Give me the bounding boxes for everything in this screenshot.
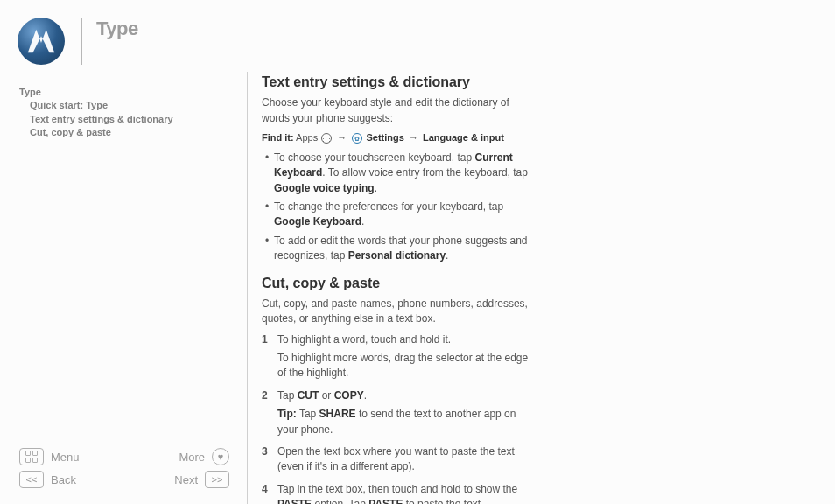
- apps-grid-icon: ⋮⋮: [321, 133, 332, 144]
- toc-root[interactable]: Type: [19, 86, 173, 99]
- section-intro: Choose your keyboard style and edit the …: [262, 95, 536, 126]
- bullet-item: To choose your touchscreen keyboard, tap…: [262, 150, 536, 196]
- back-button[interactable]: << Back: [19, 471, 76, 488]
- step-item: To highlight a word, touch and hold it. …: [262, 332, 536, 382]
- findit-apps: Apps: [296, 132, 318, 143]
- findit-settings: Settings: [366, 132, 403, 143]
- bullet-item: To add or edit the words that your phone…: [262, 234, 536, 264]
- step-item: Open the text box where you want to past…: [262, 444, 536, 475]
- page-title: Type: [96, 18, 138, 40]
- settings-gear-icon: ✿: [352, 133, 362, 144]
- more-button[interactable]: ♥ More: [179, 448, 229, 466]
- table-of-contents: Type Quick start: Type Text entry settin…: [19, 86, 173, 140]
- nav-label: Next: [174, 473, 198, 486]
- nav-label: Back: [51, 473, 76, 486]
- numbered-steps: To highlight a word, touch and hold it. …: [262, 332, 536, 504]
- findit-label: Find it:: [262, 132, 294, 143]
- arrow-icon: →: [337, 132, 347, 143]
- findit-target: Language & input: [423, 132, 504, 143]
- menu-button[interactable]: Menu: [19, 448, 80, 466]
- nav-label: Menu: [51, 451, 80, 464]
- next-icon: >>: [205, 471, 229, 488]
- next-button[interactable]: >> Next: [174, 471, 229, 488]
- tip-text: Tip: Tap SHARE to send the text to anoth…: [277, 407, 536, 438]
- toc-item[interactable]: Quick start: Type: [19, 99, 173, 112]
- section-heading: Text entry settings & dictionary: [262, 72, 536, 92]
- find-it-path: Find it: Apps ⋮⋮ → ✿ Settings → Language…: [262, 131, 536, 145]
- back-icon: <<: [19, 471, 44, 488]
- toc-item[interactable]: Cut, copy & paste: [19, 126, 173, 139]
- bullet-item: To change the preferences for your keybo…: [262, 200, 536, 230]
- step-item: Tap CUT or COPY. Tip: Tap SHARE to send …: [262, 388, 536, 438]
- header: Type: [18, 18, 138, 65]
- title-divider: Type: [81, 18, 138, 65]
- bottom-nav: Menu ♥ More << Back >> Next: [19, 448, 229, 494]
- step-subtext: To highlight more words, drag the select…: [277, 351, 536, 382]
- m-logo-svg: [25, 24, 58, 58]
- bullet-list: To choose your touchscreen keyboard, tap…: [262, 150, 536, 264]
- main-content: Text entry settings & dictionary Choose …: [247, 72, 536, 504]
- grid-icon: [19, 448, 44, 466]
- section-heading: Cut, copy & paste: [262, 273, 536, 293]
- step-item: Tap in the text box, then touch and hold…: [262, 482, 536, 504]
- arrow-icon: →: [409, 132, 418, 143]
- nav-label: More: [179, 451, 205, 464]
- motorola-logo-icon: [18, 18, 65, 65]
- section-intro: Cut, copy, and paste names, phone number…: [262, 297, 536, 327]
- heart-circle-icon: ♥: [212, 448, 229, 466]
- toc-item[interactable]: Text entry settings & dictionary: [19, 113, 173, 126]
